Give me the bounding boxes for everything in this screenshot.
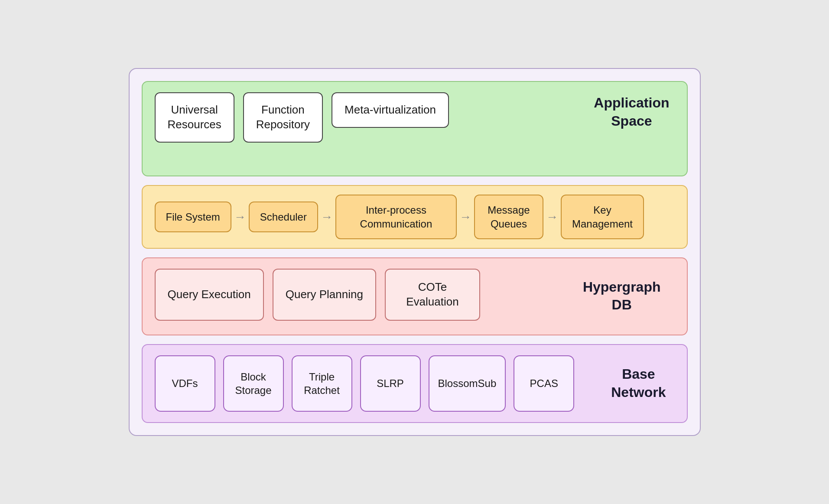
app-space-section: ApplicationSpace UniversalResources Func… xyxy=(142,81,688,176)
vdfs-box: VDFs xyxy=(155,355,215,412)
arrow-1: → xyxy=(231,210,249,224)
universal-resources-box: UniversalResources xyxy=(155,92,234,143)
arrow-4: → xyxy=(543,210,561,224)
query-execution-box: Query Execution xyxy=(155,269,264,321)
ipc-box: Inter-processCommunication xyxy=(335,195,457,239)
message-queues-box: MessageQueues xyxy=(474,195,543,239)
query-planning-box: Query Planning xyxy=(273,269,376,321)
pcas-box: PCAS xyxy=(514,355,574,412)
triple-ratchet-box: TripleRatchet xyxy=(292,355,352,412)
app-space-label: ApplicationSpace xyxy=(594,94,669,130)
scheduler-box: Scheduler xyxy=(249,202,318,232)
key-management-box: KeyManagement xyxy=(561,195,644,239)
arrow-2: → xyxy=(318,210,335,224)
function-repository-box: FunctionRepository xyxy=(243,92,323,143)
cote-evaluation-box: COTeEvaluation xyxy=(385,269,480,321)
architecture-diagram: ApplicationSpace UniversalResources Func… xyxy=(129,68,701,436)
file-system-box: File System xyxy=(155,202,231,232)
meta-virtualization-box: Meta-virtualization xyxy=(332,92,449,128)
blossomsub-box: BlossomSub xyxy=(429,355,506,412)
hypergraph-section: HypergraphDB Query Execution Query Plann… xyxy=(142,257,688,335)
hypergraph-label: HypergraphDB xyxy=(583,278,661,314)
arrow-3: → xyxy=(457,210,474,224)
slrp-box: SLRP xyxy=(360,355,421,412)
block-storage-box: BlockStorage xyxy=(223,355,284,412)
base-network-section: VDFs BlockStorage TripleRatchet SLRP Blo… xyxy=(142,344,688,423)
os-layer-section: File System → Scheduler → Inter-processC… xyxy=(142,185,688,248)
base-network-label: BaseNetwork xyxy=(611,365,674,401)
